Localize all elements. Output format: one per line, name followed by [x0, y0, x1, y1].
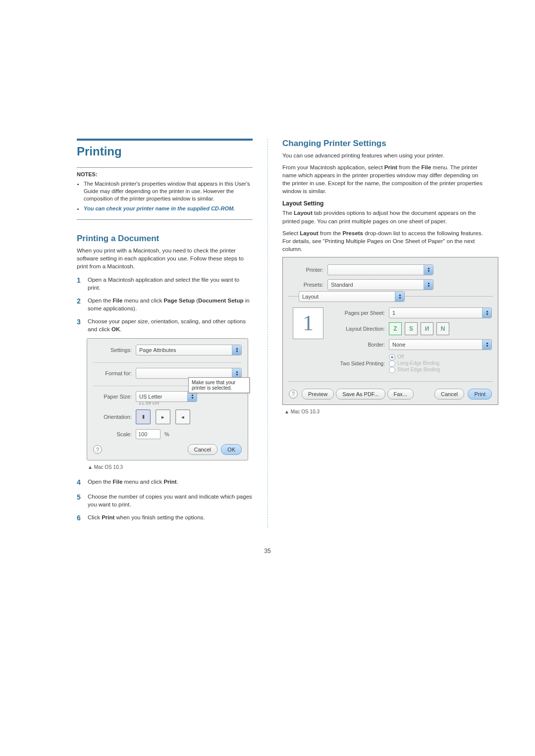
printer-label: Printer: [289, 267, 327, 273]
layout-direction-option-2[interactable]: S [405, 322, 418, 335]
document-page: Printing NOTES: The Macintosh printer's … [0, 0, 535, 584]
scale-input[interactable]: 100 [136, 429, 160, 439]
step-number: 3 [77, 317, 88, 333]
step-number: 5 [77, 493, 88, 508]
help-button[interactable]: ? [289, 390, 298, 399]
page-number: 35 [50, 548, 485, 554]
intro-paragraph: When you print with a Macintosh, you nee… [77, 247, 253, 270]
figure-caption: ▲ Mac OS 10.3 [88, 464, 253, 470]
right-column: Changing Printer Settings You can use ad… [268, 139, 485, 528]
preview-digit: 1 [303, 310, 314, 336]
paragraph: You can use advanced printing features w… [282, 151, 485, 159]
fax-button[interactable]: Fax... [387, 389, 414, 400]
ok-button[interactable]: OK [221, 444, 242, 455]
two-sided-radio-short[interactable]: Short Edge Binding [389, 367, 440, 373]
step-item: 2 Open the File menu and click Page Setu… [77, 297, 253, 312]
step-text: Choose the number of copies you want and… [88, 493, 253, 508]
step-item: 4 Open the File menu and click Print. [77, 478, 253, 488]
column-divider [268, 139, 268, 528]
cancel-button[interactable]: Cancel [188, 444, 217, 455]
save-as-pdf-button[interactable]: Save As PDF... [336, 389, 385, 400]
print-button[interactable]: Print [468, 389, 492, 400]
orientation-reverse-landscape-button[interactable]: ◂ [175, 409, 190, 424]
border-label: Border: [330, 342, 389, 348]
scale-unit: % [164, 431, 169, 437]
radio-icon [389, 367, 395, 373]
section-title-printing: Printing [77, 145, 253, 158]
layout-direction-option-3[interactable]: И [421, 322, 433, 335]
orientation-portrait-button[interactable]: ⬍ [136, 409, 151, 424]
page-setup-dialog: Settings: Page Attributes ▲▼ Format for:… [87, 338, 248, 460]
format-for-label: Format for: [93, 370, 136, 376]
step-text: Click Print when you finish setting the … [88, 513, 253, 523]
subsection-title-changing-settings: Changing Printer Settings [282, 139, 485, 149]
pages-per-sheet-select[interactable]: 1▲▼ [389, 307, 492, 318]
layout-preview: 1 [293, 307, 323, 339]
step-number: 1 [77, 276, 88, 292]
presets-label: Presets: [289, 282, 327, 288]
step-item: 6 Click Print when you finish setting th… [77, 513, 253, 523]
steps-list: 1 Open a Macintosh application and selec… [77, 276, 253, 334]
note-item: The Macintosh printer's properties windo… [84, 180, 253, 202]
step-text: Open the File menu and click Page Setup … [88, 297, 253, 312]
header-rule [77, 139, 253, 141]
two-sided-radio-off[interactable]: Off [389, 354, 440, 360]
steps-list-continued: 4 Open the File menu and click Print. 5 … [77, 478, 253, 523]
scale-label: Scale: [93, 431, 136, 437]
radio-icon [389, 354, 395, 360]
layout-direction-label: Layout Direction: [330, 326, 389, 332]
step-text: Choose your paper size, orientation, sca… [88, 317, 253, 333]
layout-direction-option-1[interactable]: Z [389, 322, 402, 335]
border-select[interactable]: None▲▼ [389, 339, 492, 350]
preview-button[interactable]: Preview [302, 389, 334, 400]
section-divider: Layout▲▼ [288, 296, 493, 297]
layout-direction-option-4[interactable]: N [436, 322, 449, 335]
settings-label: Settings: [93, 347, 136, 353]
step-number: 6 [77, 513, 88, 523]
print-layout-dialog: Printer: ▲▼ Presets: Standard▲▼ Layout▲▼… [282, 257, 498, 405]
landscape-icon: ▸ [161, 414, 164, 420]
figure-caption: ▲ Mac OS 10.3 [284, 409, 485, 414]
section-select[interactable]: Layout▲▼ [299, 291, 405, 302]
help-button[interactable]: ? [93, 445, 102, 454]
step-number: 4 [77, 478, 88, 488]
radio-icon [389, 360, 395, 367]
paragraph: From your Macintosh application, select … [282, 163, 485, 195]
note-emphasis: You can check your printer name in the s… [84, 205, 235, 211]
step-text: Open a Macintosh application and select … [88, 276, 253, 292]
pages-per-sheet-label: Pages per Sheet: [330, 310, 389, 316]
notes-label: NOTES: [77, 171, 98, 177]
note-item: You can check your printer name in the s… [84, 205, 253, 212]
printer-select[interactable]: ▲▼ [327, 264, 433, 275]
paragraph: The Layout tab provides options to adjus… [282, 209, 485, 225]
landscape-rev-icon: ◂ [181, 414, 184, 420]
layout-setting-heading: Layout Setting [282, 200, 485, 207]
notes-box: NOTES: The Macintosh printer's propertie… [77, 167, 253, 220]
paragraph: Select Layout from the Presets drop-down… [282, 229, 485, 253]
subsection-title-printing-document: Printing a Document [77, 234, 253, 244]
cancel-button[interactable]: Cancel [434, 389, 464, 400]
settings-select[interactable]: Page Attributes ▲▼ [136, 345, 242, 355]
two-sided-label: Two Sided Printing: [330, 360, 389, 366]
step-item: 1 Open a Macintosh application and selec… [77, 276, 253, 292]
step-item: 5 Choose the number of copies you want a… [77, 493, 253, 508]
portrait-icon: ⬍ [141, 414, 146, 420]
callout-box: Make sure that your printer is selected. [188, 377, 250, 393]
presets-select[interactable]: Standard▲▼ [327, 279, 433, 290]
orientation-landscape-button[interactable]: ▸ [156, 409, 170, 424]
step-number: 2 [77, 297, 88, 312]
two-sided-radio-long[interactable]: Long-Edge Binding [389, 360, 440, 367]
left-column: Printing NOTES: The Macintosh printer's … [50, 139, 268, 528]
step-text: Open the File menu and click Print. [88, 478, 253, 488]
step-item: 3 Choose your paper size, orientation, s… [77, 317, 253, 333]
paper-size-label: Paper Size: [93, 394, 136, 400]
orientation-label: Orientation: [93, 414, 136, 420]
